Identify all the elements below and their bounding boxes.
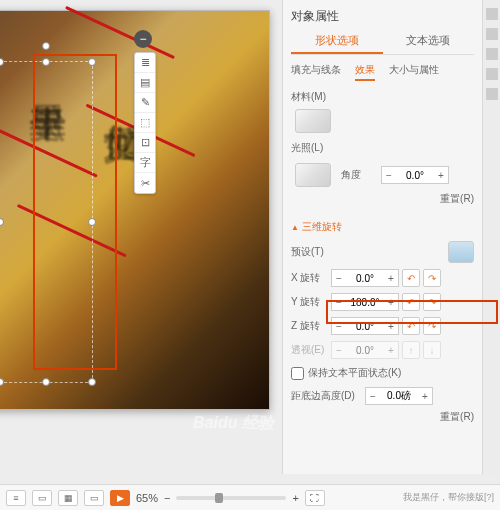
- sidebar-icon-4[interactable]: [486, 68, 498, 80]
- preset-label: 预设(T): [291, 245, 331, 259]
- y-rotation-label: Y 旋转: [291, 295, 331, 309]
- x-rotation-input[interactable]: [346, 270, 384, 286]
- reset-3d[interactable]: 重置(R): [291, 410, 474, 424]
- canvas-viewport[interactable]: 慶千里年 世义如何 − ≣ ▤ ✎ ⬚ ⊡ 字 ✂ Bai: [0, 0, 282, 474]
- preset-swatch[interactable]: [448, 241, 474, 263]
- float-tool-2[interactable]: ✎: [135, 93, 155, 113]
- section-3d-rotation[interactable]: 三维旋转: [291, 220, 474, 234]
- float-tool-4[interactable]: ⊡: [135, 133, 155, 153]
- light-swatch[interactable]: [295, 163, 331, 187]
- right-sidebar: [482, 0, 500, 474]
- perspective-narrow-icon: ↑: [402, 341, 420, 359]
- zoom-in-button[interactable]: +: [292, 492, 298, 504]
- angle-stepper: − +: [381, 166, 449, 184]
- watermark: Baidu 经验: [193, 413, 274, 434]
- sidebar-icon-5[interactable]: [486, 88, 498, 100]
- sidebar-icon-3[interactable]: [486, 48, 498, 60]
- horizontal-scrollbar[interactable]: [0, 474, 500, 484]
- zoom-thumb[interactable]: [215, 493, 223, 503]
- x-rotation-label: X 旋转: [291, 271, 331, 285]
- distance-stepper: − +: [365, 387, 433, 405]
- floating-toolbar: ≣ ▤ ✎ ⬚ ⊡ 字 ✂: [134, 52, 156, 194]
- perspective-decrease: −: [332, 342, 346, 358]
- subtab-fill[interactable]: 填充与线条: [291, 61, 341, 81]
- handle-nw[interactable]: [0, 58, 4, 66]
- panel-title: 对象属性: [291, 4, 474, 29]
- handle-rotate[interactable]: [42, 42, 50, 50]
- angle-increase[interactable]: +: [434, 167, 448, 183]
- angle-decrease[interactable]: −: [382, 167, 396, 183]
- light-label: 光照(L): [291, 141, 331, 155]
- subtab-effects[interactable]: 效果: [355, 61, 375, 81]
- distance-decrease[interactable]: −: [366, 388, 380, 404]
- view-normal-button[interactable]: ▭: [32, 490, 52, 506]
- x-rotate-right-icon[interactable]: ↷: [423, 269, 441, 287]
- slideshow-button[interactable]: ▶: [110, 490, 130, 506]
- distance-increase[interactable]: +: [418, 388, 432, 404]
- sidebar-icon-1[interactable]: [486, 8, 498, 20]
- highlight-box-canvas: [33, 54, 117, 370]
- float-tool-6[interactable]: ✂: [135, 173, 155, 193]
- angle-input[interactable]: [396, 167, 434, 183]
- view-menu-button[interactable]: ≡: [6, 490, 26, 506]
- zoom-slider[interactable]: [176, 496, 286, 500]
- zoom-out-button[interactable]: −: [164, 492, 170, 504]
- reset-material[interactable]: 重置(R): [291, 192, 474, 206]
- perspective-label: 透视(E): [291, 343, 331, 357]
- distance-label: 距底边高度(D): [291, 389, 365, 403]
- panel-subtabs: 填充与线条 效果 大小与属性: [291, 61, 474, 81]
- highlight-box-y-rotation: [326, 300, 498, 324]
- distance-input[interactable]: [380, 388, 418, 404]
- float-tool-5[interactable]: 字: [135, 153, 155, 173]
- handle-se[interactable]: [88, 378, 96, 386]
- material-label: 材料(M): [291, 90, 331, 104]
- x-increase[interactable]: +: [384, 270, 398, 286]
- keep-flat-label: 保持文本平面状态(K): [308, 366, 401, 380]
- float-tool-3[interactable]: ⬚: [135, 113, 155, 133]
- status-bar: ≡ ▭ ▦ ▭ ▶ 65% − + ⛶ 我是黑仔，帮你接版[?]: [0, 484, 500, 510]
- perspective-wide-icon: ↓: [423, 341, 441, 359]
- handle-w[interactable]: [0, 218, 4, 226]
- x-rotation-stepper: − +: [331, 269, 399, 287]
- footer-text: 我是黑仔，帮你接版[?]: [403, 491, 494, 504]
- keep-flat-input[interactable]: [291, 367, 304, 380]
- handle-s[interactable]: [42, 378, 50, 386]
- perspective-input: [346, 342, 384, 358]
- view-sorter-button[interactable]: ▦: [58, 490, 78, 506]
- panel-tabs: 形状选项 文本选项: [291, 29, 474, 55]
- x-decrease[interactable]: −: [332, 270, 346, 286]
- angle-label: 角度: [341, 168, 381, 182]
- tab-text-options[interactable]: 文本选项: [383, 29, 475, 54]
- keep-text-flat-checkbox[interactable]: 保持文本平面状态(K): [291, 366, 474, 380]
- fit-screen-button[interactable]: ⛶: [305, 490, 325, 506]
- properties-panel: 对象属性 形状选项 文本选项 填充与线条 效果 大小与属性 材料(M) 光照(L…: [282, 0, 482, 474]
- float-tool-0[interactable]: ≣: [135, 53, 155, 73]
- perspective-increase: +: [384, 342, 398, 358]
- view-notes-button[interactable]: ▭: [84, 490, 104, 506]
- perspective-stepper: − +: [331, 341, 399, 359]
- delete-selection-button[interactable]: −: [134, 30, 152, 48]
- handle-sw[interactable]: [0, 378, 4, 386]
- material-swatch[interactable]: [295, 109, 331, 133]
- subtab-size[interactable]: 大小与属性: [389, 61, 439, 81]
- zoom-value: 65%: [136, 492, 158, 504]
- float-tool-1[interactable]: ▤: [135, 73, 155, 93]
- sidebar-icon-2[interactable]: [486, 28, 498, 40]
- x-rotate-left-icon[interactable]: ↶: [402, 269, 420, 287]
- tab-shape-options[interactable]: 形状选项: [291, 29, 383, 54]
- z-rotation-label: Z 旋转: [291, 319, 331, 333]
